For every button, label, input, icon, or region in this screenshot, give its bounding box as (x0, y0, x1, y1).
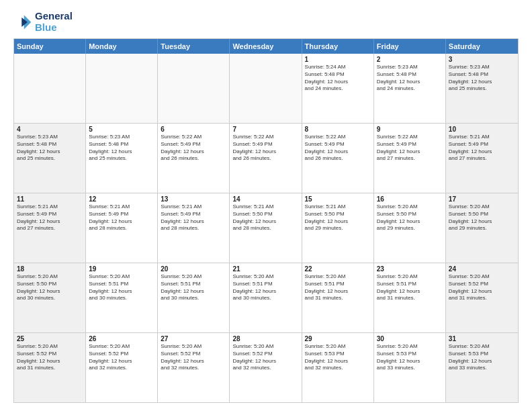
calendar-cell: 9Sunrise: 5:22 AM Sunset: 5:49 PM Daylig… (374, 124, 446, 193)
day-info: Sunrise: 5:21 AM Sunset: 5:50 PM Dayligh… (232, 203, 298, 232)
day-info: Sunrise: 5:20 AM Sunset: 5:52 PM Dayligh… (17, 343, 83, 372)
day-info: Sunrise: 5:21 AM Sunset: 5:49 PM Dayligh… (17, 203, 83, 232)
day-number: 18 (17, 265, 83, 273)
calendar-cell: 13Sunrise: 5:21 AM Sunset: 5:49 PM Dayli… (158, 193, 230, 263)
day-info: Sunrise: 5:20 AM Sunset: 5:50 PM Dayligh… (377, 203, 443, 232)
calendar-cell: 18Sunrise: 5:20 AM Sunset: 5:50 PM Dayli… (14, 263, 86, 332)
calendar-cell: 8Sunrise: 5:22 AM Sunset: 5:49 PM Daylig… (302, 124, 374, 193)
day-number: 21 (232, 265, 298, 273)
day-info: Sunrise: 5:20 AM Sunset: 5:51 PM Dayligh… (377, 273, 443, 302)
calendar-cell: 6Sunrise: 5:22 AM Sunset: 5:49 PM Daylig… (158, 124, 230, 193)
calendar-cell: 10Sunrise: 5:21 AM Sunset: 5:49 PM Dayli… (446, 124, 518, 193)
day-info: Sunrise: 5:21 AM Sunset: 5:49 PM Dayligh… (89, 203, 154, 232)
calendar-row: 1Sunrise: 5:24 AM Sunset: 5:48 PM Daylig… (14, 54, 518, 123)
calendar-row: 11Sunrise: 5:21 AM Sunset: 5:49 PM Dayli… (14, 193, 518, 263)
calendar-cell: 21Sunrise: 5:20 AM Sunset: 5:51 PM Dayli… (230, 263, 302, 332)
day-number: 16 (377, 195, 443, 203)
day-info: Sunrise: 5:20 AM Sunset: 5:51 PM Dayligh… (305, 273, 371, 302)
calendar-cell: 1Sunrise: 5:24 AM Sunset: 5:48 PM Daylig… (302, 54, 374, 123)
calendar-cell: 11Sunrise: 5:21 AM Sunset: 5:49 PM Dayli… (14, 193, 86, 263)
day-number: 12 (89, 195, 154, 203)
calendar-cell: 7Sunrise: 5:22 AM Sunset: 5:49 PM Daylig… (230, 124, 302, 193)
calendar-cell: 16Sunrise: 5:20 AM Sunset: 5:50 PM Dayli… (374, 193, 446, 263)
calendar-cell (230, 54, 302, 123)
calendar-row: 4Sunrise: 5:23 AM Sunset: 5:48 PM Daylig… (14, 123, 518, 193)
day-info: Sunrise: 5:24 AM Sunset: 5:48 PM Dayligh… (305, 64, 371, 93)
day-number: 11 (17, 195, 83, 203)
day-info: Sunrise: 5:21 AM Sunset: 5:49 PM Dayligh… (449, 134, 515, 163)
day-number: 27 (161, 335, 226, 342)
calendar-body: 1Sunrise: 5:24 AM Sunset: 5:48 PM Daylig… (14, 54, 518, 402)
calendar-cell (14, 54, 86, 123)
day-number: 9 (377, 126, 443, 133)
calendar-cell: 30Sunrise: 5:20 AM Sunset: 5:53 PM Dayli… (374, 333, 446, 402)
day-number: 14 (232, 195, 298, 203)
logo-icon (13, 13, 32, 32)
calendar-row: 18Sunrise: 5:20 AM Sunset: 5:50 PM Dayli… (14, 263, 518, 332)
day-info: Sunrise: 5:21 AM Sunset: 5:49 PM Dayligh… (161, 203, 226, 232)
day-info: Sunrise: 5:20 AM Sunset: 5:53 PM Dayligh… (377, 343, 443, 372)
calendar-cell: 28Sunrise: 5:20 AM Sunset: 5:52 PM Dayli… (230, 333, 302, 402)
weekday-header: Friday (374, 39, 446, 54)
calendar-cell: 2Sunrise: 5:23 AM Sunset: 5:48 PM Daylig… (374, 54, 446, 123)
day-number: 1 (305, 56, 371, 63)
day-number: 10 (449, 126, 515, 133)
day-number: 5 (89, 126, 154, 133)
calendar-cell: 20Sunrise: 5:20 AM Sunset: 5:51 PM Dayli… (158, 263, 230, 332)
day-info: Sunrise: 5:21 AM Sunset: 5:50 PM Dayligh… (305, 203, 371, 232)
day-info: Sunrise: 5:23 AM Sunset: 5:48 PM Dayligh… (17, 134, 83, 163)
day-info: Sunrise: 5:20 AM Sunset: 5:51 PM Dayligh… (232, 273, 298, 302)
day-number: 20 (161, 265, 226, 273)
day-info: Sunrise: 5:23 AM Sunset: 5:48 PM Dayligh… (377, 64, 443, 93)
day-number: 26 (89, 335, 154, 342)
calendar-cell: 25Sunrise: 5:20 AM Sunset: 5:52 PM Dayli… (14, 333, 86, 402)
logo-text: General Blue (35, 11, 73, 33)
day-info: Sunrise: 5:20 AM Sunset: 5:53 PM Dayligh… (305, 343, 371, 372)
calendar: SundayMondayTuesdayWednesdayThursdayFrid… (13, 38, 519, 403)
weekday-header: Wednesday (230, 39, 302, 54)
day-info: Sunrise: 5:20 AM Sunset: 5:50 PM Dayligh… (449, 203, 515, 232)
calendar-cell: 22Sunrise: 5:20 AM Sunset: 5:51 PM Dayli… (302, 263, 374, 332)
day-number: 25 (17, 335, 83, 342)
calendar-cell: 27Sunrise: 5:20 AM Sunset: 5:52 PM Dayli… (158, 333, 230, 402)
day-number: 4 (17, 126, 83, 133)
day-number: 6 (161, 126, 226, 133)
day-info: Sunrise: 5:23 AM Sunset: 5:48 PM Dayligh… (449, 64, 515, 93)
day-number: 22 (305, 265, 371, 273)
day-number: 19 (89, 265, 154, 273)
calendar-cell (86, 54, 158, 123)
calendar-cell: 24Sunrise: 5:20 AM Sunset: 5:52 PM Dayli… (446, 263, 518, 332)
calendar-cell: 4Sunrise: 5:23 AM Sunset: 5:48 PM Daylig… (14, 124, 86, 193)
header: General Blue (13, 11, 519, 33)
calendar-row: 25Sunrise: 5:20 AM Sunset: 5:52 PM Dayli… (14, 332, 518, 402)
calendar-cell (158, 54, 230, 123)
day-info: Sunrise: 5:20 AM Sunset: 5:52 PM Dayligh… (232, 343, 298, 372)
day-info: Sunrise: 5:22 AM Sunset: 5:49 PM Dayligh… (305, 134, 371, 163)
day-number: 28 (232, 335, 298, 342)
calendar-cell: 12Sunrise: 5:21 AM Sunset: 5:49 PM Dayli… (86, 193, 158, 263)
day-number: 17 (449, 195, 515, 203)
day-number: 30 (377, 335, 443, 342)
day-number: 2 (377, 56, 443, 63)
page: General Blue SundayMondayTuesdayWednesda… (0, 0, 532, 411)
day-number: 29 (305, 335, 371, 342)
calendar-header: SundayMondayTuesdayWednesdayThursdayFrid… (14, 39, 518, 54)
calendar-cell: 26Sunrise: 5:20 AM Sunset: 5:52 PM Dayli… (86, 333, 158, 402)
day-info: Sunrise: 5:22 AM Sunset: 5:49 PM Dayligh… (232, 134, 298, 163)
day-info: Sunrise: 5:20 AM Sunset: 5:53 PM Dayligh… (449, 343, 515, 372)
logo-area: General Blue (13, 11, 73, 33)
weekday-header: Sunday (14, 39, 86, 54)
calendar-cell: 14Sunrise: 5:21 AM Sunset: 5:50 PM Dayli… (230, 193, 302, 263)
day-info: Sunrise: 5:22 AM Sunset: 5:49 PM Dayligh… (161, 134, 226, 163)
calendar-cell: 29Sunrise: 5:20 AM Sunset: 5:53 PM Dayli… (302, 333, 374, 402)
calendar-cell: 15Sunrise: 5:21 AM Sunset: 5:50 PM Dayli… (302, 193, 374, 263)
day-info: Sunrise: 5:23 AM Sunset: 5:48 PM Dayligh… (89, 134, 154, 163)
weekday-header: Thursday (302, 39, 374, 54)
day-number: 8 (305, 126, 371, 133)
day-info: Sunrise: 5:22 AM Sunset: 5:49 PM Dayligh… (377, 134, 443, 163)
day-info: Sunrise: 5:20 AM Sunset: 5:50 PM Dayligh… (17, 273, 83, 302)
day-number: 7 (232, 126, 298, 133)
calendar-cell: 23Sunrise: 5:20 AM Sunset: 5:51 PM Dayli… (374, 263, 446, 332)
day-number: 13 (161, 195, 226, 203)
weekday-header: Tuesday (158, 39, 230, 54)
